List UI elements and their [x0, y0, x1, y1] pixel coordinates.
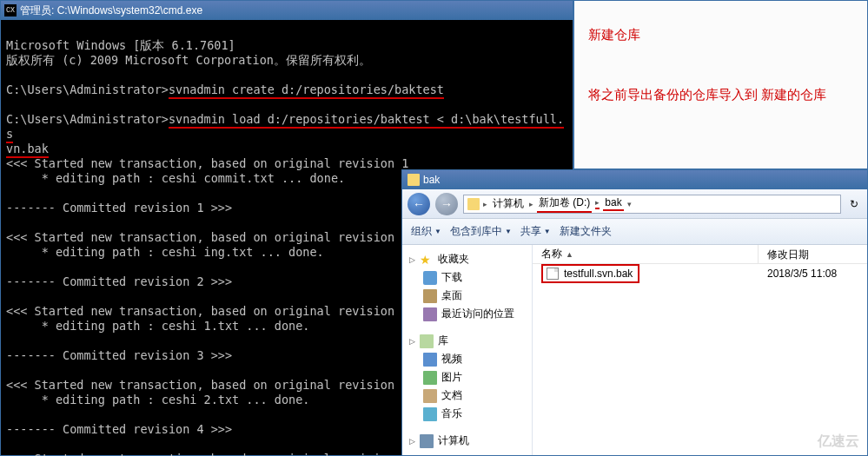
column-label: 修改日期 — [767, 248, 809, 261]
cmd-prompt1: C:\Users\Administrator> — [6, 83, 169, 96]
explorer-titlebar[interactable]: bak — [402, 170, 867, 189]
crumb-folder[interactable]: bak — [603, 196, 623, 211]
chevron-right-icon[interactable]: ▸ — [483, 200, 487, 208]
documents-icon — [423, 389, 437, 403]
sidebar-favorites[interactable]: ▷★收藏夹 — [402, 250, 532, 268]
sidebar-label: 收藏夹 — [438, 252, 469, 267]
chevron-down-icon[interactable]: ▾ — [627, 200, 632, 208]
annotation-box: 新建仓库 将之前导出备份的仓库导入到 新建的仓库 — [573, 0, 868, 169]
chevron-down-icon: ▼ — [434, 228, 441, 235]
explorer-title: bak — [423, 174, 440, 186]
cmd-icon: cx — [4, 4, 17, 17]
explorer-toolbar: 组织▼ 包含到库中▼ 共享▼ 新建文件夹 — [402, 219, 867, 245]
sidebar-computer[interactable]: ▷计算机 — [402, 432, 532, 450]
pictures-icon — [423, 371, 437, 385]
chevron-right-icon: ▷ — [409, 337, 415, 346]
cmd-title: 管理员: C:\Windows\system32\cmd.exe — [20, 3, 202, 18]
sidebar-pictures[interactable]: 图片 — [402, 368, 532, 387]
sidebar-label: 计算机 — [438, 433, 469, 448]
desktop-icon — [423, 289, 437, 303]
sidebar-label: 视频 — [441, 352, 462, 367]
crumb-drive[interactable]: 新加卷 (D:) — [537, 195, 592, 213]
sidebar-recent[interactable]: 最近访问的位置 — [402, 305, 532, 323]
annotation-2: 将之前导出备份的仓库导入到 新建的仓库 — [588, 85, 826, 104]
forward-button[interactable]: → — [435, 193, 458, 215]
sidebar-label: 库 — [438, 334, 448, 348]
music-icon — [423, 407, 437, 421]
chevron-right-icon: ▷ — [409, 255, 415, 264]
sidebar-label: 下载 — [441, 270, 462, 285]
sidebar-downloads[interactable]: 下载 — [402, 268, 532, 287]
sidebar-label: 文档 — [441, 388, 462, 403]
column-modified[interactable]: 修改日期 — [759, 245, 867, 263]
chevron-right-icon[interactable]: ▸ — [529, 200, 533, 208]
videos-icon — [423, 353, 437, 367]
cmd-titlebar[interactable]: cx 管理员: C:\Windows\system32\cmd.exe — [1, 1, 573, 20]
organize-menu[interactable]: 组织▼ — [411, 224, 441, 239]
file-name: testfull.svn.bak — [564, 268, 633, 280]
crumb-computer[interactable]: 计算机 — [491, 196, 526, 211]
sidebar-documents[interactable]: 文档 — [402, 387, 532, 405]
file-row[interactable]: testfull.svn.bak 2018/3/5 11:08 — [533, 264, 867, 283]
star-icon: ★ — [420, 253, 434, 267]
cmd-command1: svnadmin create d:/repositories/baktest — [169, 83, 444, 99]
share-menu[interactable]: 共享▼ — [520, 224, 551, 239]
watermark: 亿速云 — [818, 433, 859, 451]
annotation-1: 新建仓库 — [588, 27, 640, 43]
file-icon — [547, 268, 559, 280]
file-pane[interactable]: 名称▲ 修改日期 testfull.svn.bak 2018/3/5 11:08 — [533, 245, 867, 455]
sidebar-label: 桌面 — [441, 288, 462, 303]
downloads-icon — [423, 271, 437, 285]
library-icon — [420, 334, 434, 348]
refresh-button[interactable]: ↻ — [846, 195, 862, 214]
include-library-menu[interactable]: 包含到库中▼ — [450, 224, 512, 239]
sidebar-desktop[interactable]: 桌面 — [402, 287, 532, 305]
chevron-right-icon: ▷ — [409, 437, 415, 446]
file-header: 名称▲ 修改日期 — [533, 245, 867, 264]
explorer-navbar: ← → ▸ 计算机 ▸ 新加卷 (D:) ▸ bak ▾ ↻ — [402, 189, 867, 219]
new-folder-button[interactable]: 新建文件夹 — [560, 224, 612, 239]
recent-icon — [423, 307, 437, 321]
chevron-down-icon: ▼ — [505, 228, 512, 235]
sort-asc-icon: ▲ — [566, 250, 573, 259]
chevron-down-icon: ▼ — [544, 228, 551, 235]
sidebar-label: 音乐 — [441, 406, 462, 421]
file-date: 2018/3/5 11:08 — [759, 268, 837, 280]
cmd-banner2: 版权所有 (c) 2009 Microsoft Corporation。保留所有… — [6, 53, 567, 68]
column-label: 名称 — [541, 247, 562, 261]
file-highlighted: testfull.svn.bak — [541, 264, 639, 283]
explorer-window: bak ← → ▸ 计算机 ▸ 新加卷 (D:) ▸ bak ▾ ↻ 组织▼ 包… — [401, 169, 868, 456]
explorer-body: ▷★收藏夹 下载 桌面 最近访问的位置 ▷库 视频 图片 文档 音乐 ▷计算机 … — [402, 245, 867, 455]
chevron-right-icon[interactable]: ▸ — [595, 198, 600, 209]
folder-icon — [467, 198, 480, 210]
computer-icon — [420, 434, 434, 448]
sidebar-libraries[interactable]: ▷库 — [402, 332, 532, 350]
sidebar-videos[interactable]: 视频 — [402, 350, 532, 368]
folder-icon — [407, 174, 420, 186]
address-bar[interactable]: ▸ 计算机 ▸ 新加卷 (D:) ▸ bak ▾ — [463, 195, 841, 214]
sidebar-music[interactable]: 音乐 — [402, 405, 532, 423]
column-name[interactable]: 名称▲ — [533, 245, 759, 263]
cmd-prompt2: C:\Users\Administrator> — [6, 112, 169, 126]
explorer-sidebar: ▷★收藏夹 下载 桌面 最近访问的位置 ▷库 视频 图片 文档 音乐 ▷计算机 — [402, 245, 533, 455]
sidebar-label: 最近访问的位置 — [441, 307, 514, 321]
back-button[interactable]: ← — [407, 193, 430, 215]
cmd-banner1: Microsoft Windows [版本 6.1.7601] — [6, 38, 567, 53]
sidebar-label: 图片 — [441, 370, 462, 385]
